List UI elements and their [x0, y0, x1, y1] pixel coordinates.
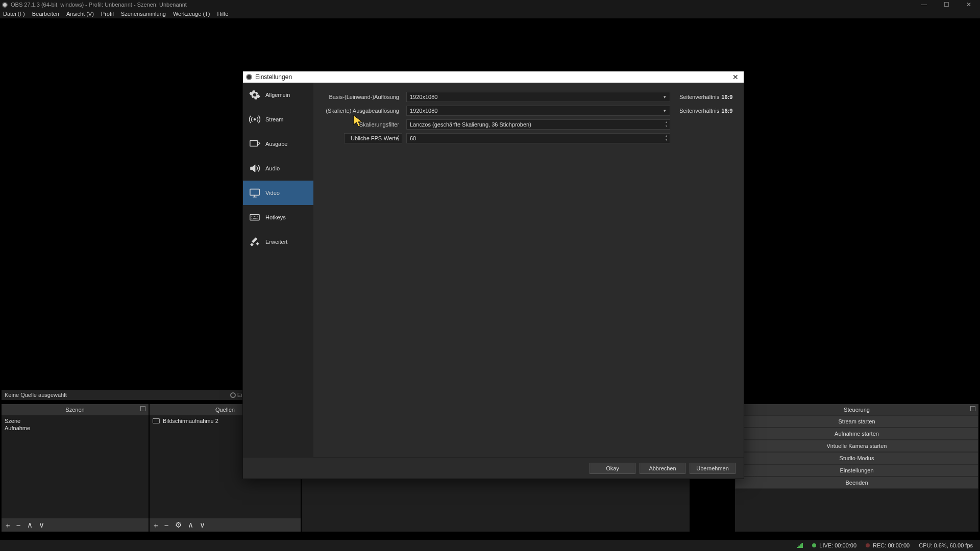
display-capture-icon [153, 418, 160, 423]
obs-icon [246, 74, 252, 80]
scene-item[interactable]: Szene [5, 417, 145, 424]
controls-title: Steuerung [844, 407, 870, 413]
menu-file[interactable]: Datei (F) [3, 11, 25, 17]
category-label: Allgemein [265, 92, 290, 98]
output-icon [249, 138, 260, 149]
settings-button[interactable]: Einstellungen [735, 464, 978, 477]
dialog-footer: Okay Abbrechen Übernehmen [243, 457, 744, 479]
speaker-icon [249, 163, 260, 174]
scenes-panel: Szenen Szene Aufnahme + − ∧ ∨ [2, 404, 149, 532]
menu-tools[interactable]: Werkzeuge (T) [173, 11, 210, 17]
category-label: Audio [265, 165, 280, 171]
svg-rect-1 [250, 141, 258, 146]
window-title: OBS 27.1.3 (64-bit, windows) - Profil: U… [11, 2, 187, 8]
output-resolution-label: (Skalierte) Ausgabeauflösung [321, 108, 402, 114]
dialog-titlebar: Einstellungen ✕ [243, 71, 744, 83]
source-settings-button[interactable]: ⚙ [175, 520, 182, 530]
spinner-icon: ▴▾ [664, 134, 669, 142]
output-resolution-combo[interactable]: 980x551 ▾ [406, 106, 670, 116]
spinner-icon: ▴▾ [664, 120, 669, 129]
category-advanced[interactable]: Erweitert [243, 230, 313, 254]
move-down-button[interactable]: ∨ [39, 520, 44, 530]
sources-title: Quellen [215, 407, 235, 413]
category-general[interactable]: Allgemein [243, 83, 313, 107]
move-down-button[interactable]: ∨ [200, 520, 205, 530]
category-stream[interactable]: Stream [243, 107, 313, 132]
scenes-title: Szenen [65, 407, 84, 413]
status-bar: LIVE: 00:00:00 REC: 00:00:00 CPU: 0.6%, … [0, 540, 980, 551]
status-cpu: CPU: 0.6%, 60.00 fps [919, 542, 973, 548]
category-label: Hotkeys [265, 214, 286, 220]
controls-header: Steuerung [735, 404, 978, 415]
status-rec: REC: 00:00:00 [866, 542, 910, 548]
fps-type-combo[interactable]: Übliche FPS-Werte ▴▾ [344, 133, 402, 143]
move-up-button[interactable]: ∧ [188, 520, 193, 530]
category-label: Stream [265, 116, 283, 122]
no-source-selected-label: Keine Quelle ausgewählt [5, 392, 67, 398]
remove-scene-button[interactable]: − [16, 521, 21, 530]
dialog-close-button[interactable]: ✕ [730, 73, 741, 81]
category-label: Video [265, 190, 280, 196]
scene-item[interactable]: Aufnahme [5, 424, 145, 432]
close-button[interactable]: ✕ [958, 0, 980, 9]
broadcast-icon [249, 114, 260, 125]
settings-content: Basis-(Leinwand-)Auflösung 980x551 ▾ S… [313, 83, 744, 457]
settings-dialog: Einstellungen ✕ Allgemein Stream Ausgabe… [242, 71, 744, 479]
downscale-filter-combo[interactable]: Lanczos (geschärfte Skalierung, 36 Stich… [406, 119, 670, 130]
remove-source-button[interactable]: − [164, 521, 169, 530]
base-resolution-combo[interactable]: 980x551 ▾ [406, 92, 670, 102]
gear-icon [249, 89, 260, 101]
fps-value-combo[interactable]: 60 ▴▾ [406, 133, 670, 143]
controls-panel: Steuerung Stream starten Aufnahme starte… [735, 404, 978, 532]
dialog-title: Einstellungen [255, 73, 292, 81]
svg-point-0 [254, 118, 256, 120]
base-aspect-label: Seitenverhältnis 16:9 [674, 94, 734, 100]
menu-bar: Datei (F) Bearbeiten Ansicht (V) Profil … [0, 9, 980, 18]
popout-icon[interactable] [140, 406, 145, 411]
start-recording-button[interactable]: Aufnahme starten [735, 428, 978, 440]
settings-categories: Allgemein Stream Ausgabe Audio Video Hot… [243, 83, 313, 457]
monitor-icon [249, 187, 260, 198]
menu-help[interactable]: Hilfe [217, 11, 228, 17]
ok-button[interactable]: Okay [590, 463, 635, 474]
scenes-header: Szenen [2, 404, 149, 415]
minimize-button[interactable]: — [913, 0, 935, 9]
app-logo-icon [2, 2, 8, 8]
svg-rect-2 [250, 189, 259, 195]
signal-icon [797, 543, 803, 548]
popout-icon[interactable] [970, 406, 975, 411]
add-source-button[interactable]: + [154, 521, 158, 530]
tools-icon [249, 236, 260, 247]
chevron-down-icon: ▾ [662, 94, 668, 100]
category-label: Erweitert [265, 239, 287, 245]
window-titlebar: OBS 27.1.3 (64-bit, windows) - Profil: U… [0, 0, 980, 9]
category-label: Ausgabe [265, 141, 287, 147]
menu-edit[interactable]: Bearbeiten [32, 11, 59, 17]
menu-profile[interactable]: Profil [101, 11, 114, 17]
output-aspect-label: Seitenverhältnis 16:9 [674, 108, 734, 114]
start-stream-button[interactable]: Stream starten [735, 415, 978, 428]
source-item-label: Bildschirmaufnahme 2 [163, 418, 218, 424]
category-hotkeys[interactable]: Hotkeys [243, 205, 313, 230]
status-live: LIVE: 00:00:00 [812, 542, 856, 548]
chevron-down-icon: ▾ [662, 108, 668, 114]
apply-button[interactable]: Übernehmen [690, 463, 736, 474]
spinner-icon: ▴▾ [396, 134, 401, 142]
menu-view[interactable]: Ansicht (V) [66, 11, 94, 17]
start-virtual-camera-button[interactable]: Virtuelle Kamera starten [735, 440, 978, 452]
maximize-button[interactable]: ☐ [935, 0, 958, 9]
category-audio[interactable]: Audio [243, 156, 313, 181]
add-scene-button[interactable]: + [6, 521, 10, 530]
studio-mode-button[interactable]: Studio-Modus [735, 452, 978, 464]
exit-button[interactable]: Beenden [735, 477, 978, 489]
menu-scene-collection[interactable]: Szenensammlung [121, 11, 166, 17]
gear-icon [230, 392, 236, 398]
move-up-button[interactable]: ∧ [27, 520, 33, 530]
scenes-footer: + − ∧ ∨ [2, 518, 149, 532]
downscale-filter-label: Skalierungsfilter [321, 121, 402, 128]
category-video[interactable]: Video [243, 181, 313, 205]
category-output[interactable]: Ausgabe [243, 132, 313, 156]
svg-rect-3 [250, 215, 259, 220]
cancel-button[interactable]: Abbrechen [640, 463, 685, 474]
sources-footer: + − ⚙ ∧ ∨ [150, 518, 301, 532]
